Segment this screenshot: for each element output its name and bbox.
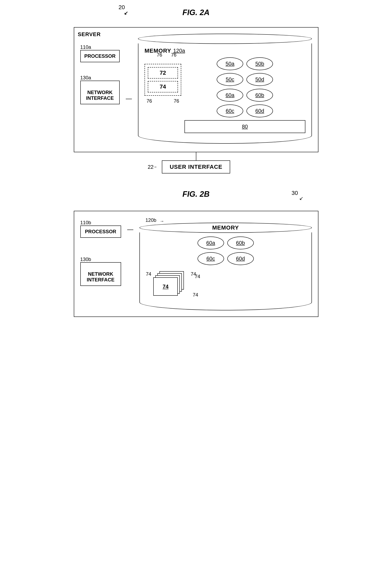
ref-76-tl: 76 (157, 52, 162, 58)
fig2a-outer-box: SERVER 110a PROCESSOR 130a NETWORK INTER… (74, 27, 318, 152)
fig2b-title: FIG. 2B (182, 190, 210, 199)
label-20: 20 (119, 4, 125, 11)
left-column: 110a PROCESSOR 130a NETWORK INTERFACE (80, 50, 120, 144)
page-front: 74 (153, 277, 178, 296)
server-label: SERVER (78, 31, 101, 38)
oval-row-1: 50a 50b (184, 57, 305, 70)
fig2b-oval-60b: 60b (227, 236, 254, 249)
fig2b-cylinder: MEMORY 60a 60b (140, 223, 312, 310)
dashed-outer: 72 74 (144, 64, 181, 96)
oval-row-2: 50c 50d (184, 73, 305, 86)
box-72: 72 (148, 67, 178, 79)
fig2b-processor-group: 110b PROCESSOR (80, 225, 121, 238)
ref-74-r2: 74 (195, 274, 200, 279)
ref-76-br: 76 (174, 98, 179, 104)
user-interface-box: USER INTERFACE (162, 160, 230, 173)
processor-box: PROCESSOR (80, 50, 120, 62)
fig2b-cylinder-top: MEMORY (140, 223, 312, 233)
label-30: 30 (292, 190, 298, 196)
fig2b-left: 110b PROCESSOR 130b NETWORK INTERFACE (80, 225, 121, 286)
fig2b-h-connector (127, 230, 133, 230)
fig2b-right-column: 120b → MEMORY 60a (140, 217, 312, 310)
stacked-pages: 74 74 74 74 (153, 271, 190, 300)
fig2b-cylinder-body: 60a 60b 60c (140, 232, 312, 310)
fig2b-network-box: NETWORK INTERFACE (80, 262, 121, 286)
v-line-1 (196, 152, 196, 160)
ref74-label-area: 74 (146, 271, 152, 277)
fig2b-ovals-area: 60a 60b 60c (146, 236, 305, 265)
fig2b-memory-ref-label: 120b (146, 217, 156, 223)
ref-74-r3: 74 (193, 292, 198, 298)
cylinder-body: MEMORY 120a 76 76 (138, 44, 312, 144)
fig2b-network-group: 130b NETWORK INTERFACE (80, 262, 121, 286)
fig2b-oval-row-1: 60a 60b (146, 236, 305, 249)
dashed-area: 76 76 72 74 (144, 57, 181, 133)
ovals-area: 50a 50b 50c (184, 57, 305, 133)
h-connector-1 (126, 54, 132, 144)
oval-60b: 60b (246, 89, 273, 102)
fig2b-outer-box: 110b PROCESSOR 130b NETWORK INTERFACE (74, 211, 318, 317)
oval-50c: 50c (217, 73, 243, 86)
ui-box-wrapper: 22 → USER INTERFACE (162, 160, 230, 173)
stacked-pages-area: 74 74 (146, 271, 305, 300)
fig2a-title: FIG. 2A (182, 8, 210, 17)
oval-50d: 50d (246, 73, 273, 86)
right-column: MEMORY 120a 76 76 (138, 34, 312, 144)
cylinder-top (138, 34, 312, 44)
fig2b-processor-ref: 110b (80, 220, 91, 225)
fig2b-network-ref: 130b (80, 256, 91, 262)
arrow-22: → (153, 164, 157, 170)
fig2b-oval-row-2: 60c 60d (146, 252, 305, 265)
ref-76-bottom-row: 76 76 (144, 98, 181, 104)
oval-60d: 60d (246, 105, 273, 117)
oval-row-3: 60a 60b (184, 89, 305, 102)
ui-connector-area: 22 → USER INTERFACE (162, 152, 230, 173)
oval-60a: 60a (217, 89, 243, 102)
fig2b-oval-60d: 60d (227, 252, 254, 265)
oval-row-4: 60c 60d (184, 105, 305, 117)
page-container: 20 ↙ FIG. 2A SERVER 110a PROCESSOR 130a (74, 8, 318, 317)
oval-50a: 50a (217, 57, 243, 70)
fig2b-processor-box: PROCESSOR (80, 225, 121, 238)
fig2a-section: 20 ↙ FIG. 2A SERVER 110a PROCESSOR 130a (74, 8, 318, 173)
oval-50b: 50b (246, 57, 273, 70)
ref-74-top: 74 (146, 271, 152, 277)
arrow-30: ↙ (299, 195, 303, 201)
rect-80: 80 (184, 120, 305, 133)
fig2b-section: FIG. 2B 30 ↙ 110b PROCESSOR 130b N (74, 190, 318, 317)
box-74: 74 (148, 81, 178, 92)
cylinder: MEMORY 120a 76 76 (138, 34, 312, 144)
network-group: 130a NETWORK INTERFACE (80, 81, 120, 104)
network-ref: 130a (80, 75, 91, 81)
ref-76-tr: 76 (171, 52, 176, 58)
fig2b-oval-60a: 60a (198, 236, 224, 249)
fig2b-oval-60c: 60c (198, 252, 224, 265)
processor-group: 110a PROCESSOR (80, 50, 120, 62)
processor-ref: 110a (80, 44, 91, 50)
ref-76-bl: 76 (146, 98, 152, 104)
network-box: NETWORK INTERFACE (80, 81, 120, 104)
fig2b-title-row: FIG. 2B 30 ↙ (74, 190, 318, 205)
arrow-20: ↙ (124, 10, 128, 16)
oval-60c: 60c (217, 105, 243, 117)
memory-content: 76 76 72 74 (144, 57, 305, 133)
memory-label-area: MEMORY 120a (144, 48, 305, 54)
